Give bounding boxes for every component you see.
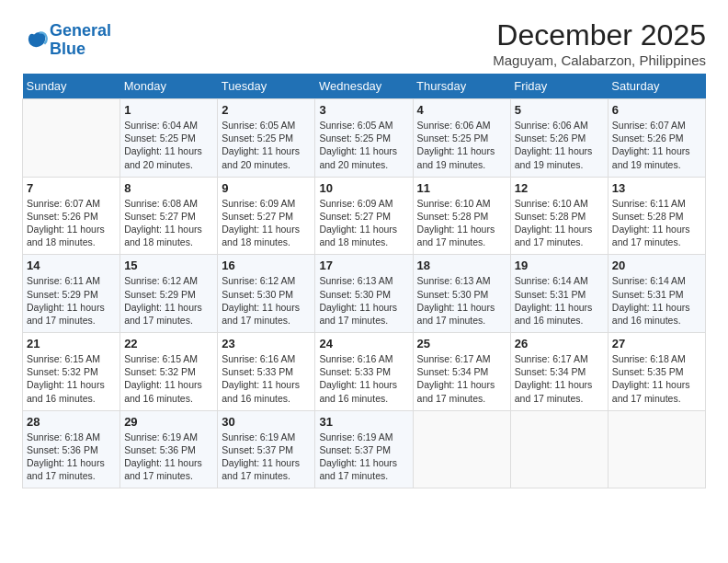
logo-line2: Blue — [50, 40, 85, 58]
calendar-cell: 8Sunrise: 6:08 AMSunset: 5:27 PMDaylight… — [120, 177, 218, 255]
day-info: Sunrise: 6:19 AMSunset: 5:37 PMDaylight:… — [222, 431, 311, 483]
calendar-cell: 9Sunrise: 6:09 AMSunset: 5:27 PMDaylight… — [218, 177, 315, 255]
logo-icon — [22, 28, 48, 53]
calendar-cell: 20Sunrise: 6:14 AMSunset: 5:31 PMDayligh… — [608, 255, 705, 333]
day-number: 2 — [222, 103, 311, 117]
calendar-cell: 10Sunrise: 6:09 AMSunset: 5:27 PMDayligh… — [315, 177, 413, 255]
day-info: Sunrise: 6:11 AMSunset: 5:29 PMDaylight:… — [27, 274, 116, 327]
day-number: 29 — [124, 415, 213, 429]
calendar-cell: 28Sunrise: 6:18 AMSunset: 5:36 PMDayligh… — [23, 410, 120, 488]
day-info: Sunrise: 6:14 AMSunset: 5:31 PMDaylight:… — [612, 274, 701, 327]
calendar-cell: 6Sunrise: 6:07 AMSunset: 5:26 PMDaylight… — [608, 99, 705, 178]
day-number: 12 — [515, 181, 604, 195]
calendar-cell: 24Sunrise: 6:16 AMSunset: 5:33 PMDayligh… — [315, 333, 413, 411]
day-number: 21 — [27, 337, 116, 350]
header: General Blue December 2025 Maguyam, Cala… — [22, 18, 706, 68]
calendar-cell: 4Sunrise: 6:06 AMSunset: 5:25 PMDaylight… — [413, 99, 510, 178]
day-number: 31 — [319, 415, 408, 429]
calendar-cell: 18Sunrise: 6:13 AMSunset: 5:30 PMDayligh… — [413, 255, 510, 333]
day-info: Sunrise: 6:11 AMSunset: 5:28 PMDaylight:… — [612, 197, 701, 249]
title-block: December 2025 Maguyam, Calabarzon, Phili… — [493, 18, 706, 68]
day-info: Sunrise: 6:14 AMSunset: 5:31 PMDaylight:… — [515, 274, 604, 327]
calendar-cell: 27Sunrise: 6:18 AMSunset: 5:35 PMDayligh… — [608, 333, 705, 411]
calendar-cell: 31Sunrise: 6:19 AMSunset: 5:37 PMDayligh… — [315, 410, 413, 488]
calendar-cell — [413, 410, 510, 488]
day-number: 11 — [417, 181, 506, 195]
header-cell-friday: Friday — [510, 74, 608, 99]
day-info: Sunrise: 6:13 AMSunset: 5:30 PMDaylight:… — [319, 274, 408, 327]
day-number: 15 — [124, 259, 213, 272]
day-info: Sunrise: 6:15 AMSunset: 5:32 PMDaylight:… — [124, 352, 213, 405]
day-info: Sunrise: 6:12 AMSunset: 5:30 PMDaylight:… — [222, 274, 311, 327]
calendar-cell: 26Sunrise: 6:17 AMSunset: 5:34 PMDayligh… — [510, 333, 608, 411]
day-number: 10 — [319, 181, 408, 195]
day-number: 14 — [27, 259, 116, 272]
calendar-cell: 21Sunrise: 6:15 AMSunset: 5:32 PMDayligh… — [23, 333, 120, 411]
calendar-cell — [510, 410, 608, 488]
day-number: 25 — [417, 337, 506, 350]
week-row-1: 1Sunrise: 6:04 AMSunset: 5:25 PMDaylight… — [23, 99, 706, 178]
calendar-cell: 25Sunrise: 6:17 AMSunset: 5:34 PMDayligh… — [413, 333, 510, 411]
day-number: 7 — [27, 181, 116, 195]
day-info: Sunrise: 6:15 AMSunset: 5:32 PMDaylight:… — [27, 352, 116, 405]
day-info: Sunrise: 6:16 AMSunset: 5:33 PMDaylight:… — [222, 352, 311, 405]
day-number: 20 — [612, 259, 701, 272]
day-info: Sunrise: 6:08 AMSunset: 5:27 PMDaylight:… — [124, 197, 213, 249]
calendar-cell: 7Sunrise: 6:07 AMSunset: 5:26 PMDaylight… — [23, 177, 120, 255]
logo-text: General Blue — [50, 22, 111, 59]
calendar-cell: 2Sunrise: 6:05 AMSunset: 5:25 PMDaylight… — [218, 99, 315, 178]
day-info: Sunrise: 6:18 AMSunset: 5:35 PMDaylight:… — [612, 352, 701, 405]
calendar-cell: 16Sunrise: 6:12 AMSunset: 5:30 PMDayligh… — [218, 255, 315, 333]
day-number: 1 — [124, 103, 213, 117]
header-cell-thursday: Thursday — [413, 74, 510, 99]
day-info: Sunrise: 6:10 AMSunset: 5:28 PMDaylight:… — [515, 197, 604, 249]
day-info: Sunrise: 6:18 AMSunset: 5:36 PMDaylight:… — [27, 431, 116, 483]
page-subtitle: Maguyam, Calabarzon, Philippines — [493, 52, 706, 68]
header-cell-saturday: Saturday — [608, 74, 705, 99]
day-info: Sunrise: 6:17 AMSunset: 5:34 PMDaylight:… — [515, 352, 604, 405]
header-cell-sunday: Sunday — [23, 74, 120, 99]
day-number: 30 — [222, 415, 311, 429]
day-info: Sunrise: 6:05 AMSunset: 5:25 PMDaylight:… — [222, 119, 311, 171]
day-number: 16 — [222, 259, 311, 272]
week-row-4: 21Sunrise: 6:15 AMSunset: 5:32 PMDayligh… — [23, 333, 706, 411]
logo: General Blue — [22, 22, 111, 59]
day-number: 26 — [515, 337, 604, 350]
day-number: 18 — [417, 259, 506, 272]
day-info: Sunrise: 6:17 AMSunset: 5:34 PMDaylight:… — [417, 352, 506, 405]
day-number: 22 — [124, 337, 213, 350]
header-cell-tuesday: Tuesday — [218, 74, 315, 99]
day-number: 3 — [319, 103, 408, 117]
calendar-cell: 14Sunrise: 6:11 AMSunset: 5:29 PMDayligh… — [23, 255, 120, 333]
calendar-cell: 3Sunrise: 6:05 AMSunset: 5:25 PMDaylight… — [315, 99, 413, 178]
day-info: Sunrise: 6:13 AMSunset: 5:30 PMDaylight:… — [417, 274, 506, 327]
header-cell-monday: Monday — [120, 74, 218, 99]
day-info: Sunrise: 6:09 AMSunset: 5:27 PMDaylight:… — [222, 197, 311, 249]
day-number: 5 — [515, 103, 604, 117]
day-info: Sunrise: 6:07 AMSunset: 5:26 PMDaylight:… — [27, 197, 116, 249]
day-info: Sunrise: 6:06 AMSunset: 5:26 PMDaylight:… — [515, 119, 604, 171]
calendar-cell — [608, 410, 705, 488]
calendar-table: SundayMondayTuesdayWednesdayThursdayFrid… — [22, 74, 706, 488]
header-row: SundayMondayTuesdayWednesdayThursdayFrid… — [23, 74, 706, 99]
day-info: Sunrise: 6:19 AMSunset: 5:36 PMDaylight:… — [124, 431, 213, 483]
day-info: Sunrise: 6:19 AMSunset: 5:37 PMDaylight:… — [319, 431, 408, 483]
day-number: 9 — [222, 181, 311, 195]
calendar-cell: 13Sunrise: 6:11 AMSunset: 5:28 PMDayligh… — [608, 177, 705, 255]
day-number: 24 — [319, 337, 408, 350]
day-info: Sunrise: 6:07 AMSunset: 5:26 PMDaylight:… — [612, 119, 701, 171]
day-info: Sunrise: 6:09 AMSunset: 5:27 PMDaylight:… — [319, 197, 408, 249]
calendar-cell: 22Sunrise: 6:15 AMSunset: 5:32 PMDayligh… — [120, 333, 218, 411]
day-number: 6 — [612, 103, 701, 117]
day-number: 27 — [612, 337, 701, 350]
day-info: Sunrise: 6:16 AMSunset: 5:33 PMDaylight:… — [319, 352, 408, 405]
calendar-cell: 17Sunrise: 6:13 AMSunset: 5:30 PMDayligh… — [315, 255, 413, 333]
week-row-3: 14Sunrise: 6:11 AMSunset: 5:29 PMDayligh… — [23, 255, 706, 333]
day-number: 13 — [612, 181, 701, 195]
week-row-5: 28Sunrise: 6:18 AMSunset: 5:36 PMDayligh… — [23, 410, 706, 488]
day-number: 23 — [222, 337, 311, 350]
day-number: 17 — [319, 259, 408, 272]
calendar-cell: 1Sunrise: 6:04 AMSunset: 5:25 PMDaylight… — [120, 99, 218, 178]
week-row-2: 7Sunrise: 6:07 AMSunset: 5:26 PMDaylight… — [23, 177, 706, 255]
logo-line1: General — [50, 21, 111, 40]
